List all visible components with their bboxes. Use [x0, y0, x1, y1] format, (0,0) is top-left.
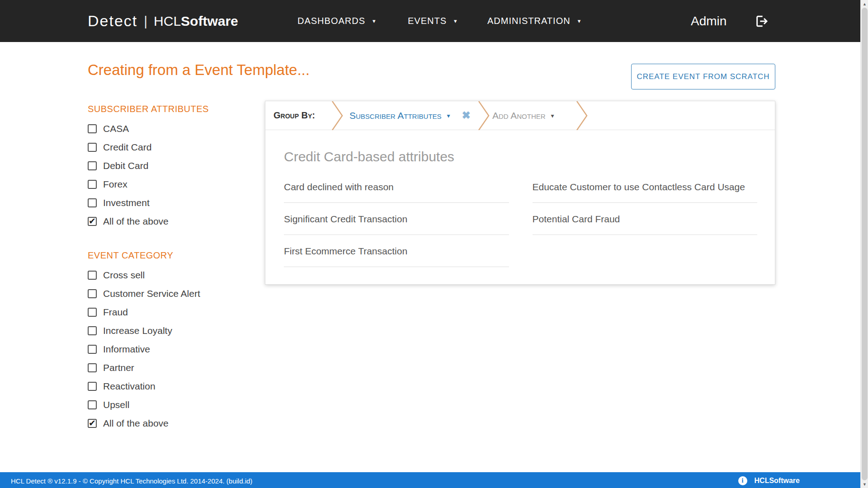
top-navbar: Detect | HCLSoftware DASHBOARDS ▾ EVENTS… — [0, 0, 860, 42]
chevron-separator-icon — [576, 101, 588, 130]
footer-brand-hcl: HCL — [755, 477, 769, 484]
template-item[interactable]: Card declined with reason — [284, 182, 509, 203]
template-column-left: Card declined with reason Significant Cr… — [284, 182, 509, 278]
checkbox[interactable] — [88, 363, 97, 372]
checkbox-label: Cross sell — [103, 270, 145, 281]
section-title-event-category: EVENT CATEGORY — [88, 250, 241, 261]
checkbox-item-casa[interactable]: CASA — [88, 123, 241, 134]
checkbox-item-investment[interactable]: Investment — [88, 197, 241, 208]
nav-item-label: EVENTS — [408, 16, 447, 26]
chevron-down-icon: ▾ — [454, 18, 458, 24]
add-another-label: Add Another — [492, 110, 546, 121]
info-icon[interactable]: i — [738, 476, 747, 485]
chevron-down-icon: ▾ — [447, 112, 450, 119]
checkbox-label: Fraud — [103, 307, 128, 318]
logo-separator: | — [144, 14, 147, 29]
checkbox[interactable] — [88, 271, 97, 280]
checkbox[interactable] — [88, 400, 97, 409]
checkbox-label: Forex — [103, 179, 127, 190]
checkbox-label: All of the above — [103, 216, 169, 227]
user-menu[interactable]: Admin — [691, 0, 726, 42]
logo-brand-hcl: HCL — [154, 14, 181, 28]
checkbox-item-credit-card[interactable]: Credit Card — [88, 142, 241, 153]
checkbox-item-partner[interactable]: Partner — [88, 362, 241, 373]
checkbox-label: Customer Service Alert — [103, 288, 200, 299]
scrollbar-up-arrow[interactable]: ▲ — [861, 0, 868, 8]
chevron-down-icon: ▾ — [551, 112, 554, 119]
page: Detect | HCLSoftware DASHBOARDS ▾ EVENTS… — [0, 0, 860, 488]
chevron-down-icon: ▾ — [373, 18, 376, 24]
section-title-subscriber-attributes: SUBSCRIBER ATTRIBUTES — [88, 104, 241, 114]
checkbox-label: CASA — [103, 123, 129, 134]
checkbox-label: Credit Card — [103, 142, 151, 153]
checkbox-item-all-categories[interactable]: All of the above — [88, 418, 241, 429]
nav-item-dashboards[interactable]: DASHBOARDS ▾ — [297, 0, 376, 42]
checkbox[interactable] — [88, 289, 97, 298]
checkbox-item-forex[interactable]: Forex — [88, 179, 241, 190]
logo-brand-software: Software — [181, 14, 238, 28]
chevron-down-icon: ▾ — [578, 18, 581, 24]
checkbox-label: Informative — [103, 344, 150, 355]
checkbox[interactable] — [88, 180, 97, 189]
checkbox-label: All of the above — [103, 418, 169, 429]
checkbox[interactable] — [88, 217, 97, 226]
checkbox-item-fraud[interactable]: Fraud — [88, 307, 241, 318]
checkbox-item-informative[interactable]: Informative — [88, 344, 241, 355]
app-logo[interactable]: Detect | HCLSoftware — [88, 0, 238, 42]
nav-item-label: DASHBOARDS — [297, 16, 365, 26]
template-item[interactable]: First Ecommerce Transaction — [284, 246, 509, 267]
checkbox-label: Reactivation — [103, 381, 156, 392]
checkbox[interactable] — [88, 345, 97, 354]
nav-item-administration[interactable]: ADMINISTRATION ▾ — [487, 0, 581, 42]
checkbox[interactable] — [88, 419, 97, 428]
checkbox-label: Investment — [103, 197, 150, 208]
checkbox-item-increase-loyalty[interactable]: Increase Loyalty — [88, 325, 241, 336]
checkbox[interactable] — [88, 326, 97, 335]
checkbox[interactable] — [88, 143, 97, 152]
checkbox-item-all-attributes[interactable]: All of the above — [88, 216, 241, 227]
group-by-selected-dropdown[interactable]: Subscriber Attributes ▾ — [349, 110, 450, 121]
checkbox-item-reactivation[interactable]: Reactivation — [88, 381, 241, 392]
template-columns: Card declined with reason Significant Cr… — [265, 182, 775, 278]
filter-sidebar: SUBSCRIBER ATTRIBUTES CASA Credit Card D… — [88, 104, 241, 436]
vertical-scrollbar[interactable]: ▲ ▼ — [860, 0, 868, 488]
templates-card: Group By: Subscriber Attributes ▾ ✖ Add … — [265, 101, 775, 285]
footer-right: i HCLSoftware — [738, 476, 800, 485]
group-by-bar: Group By: Subscriber Attributes ▾ ✖ Add … — [265, 101, 775, 130]
group-by-label: Group By: — [274, 110, 315, 121]
checkbox-item-debit-card[interactable]: Debit Card — [88, 160, 241, 171]
chevron-separator-icon — [478, 101, 490, 130]
footer-brand-logo: HCLSoftware — [755, 477, 800, 485]
template-column-right: Educate Customer to use Contactless Card… — [533, 182, 758, 278]
remove-group-icon[interactable]: ✖ — [462, 109, 471, 122]
checkbox-item-customer-service-alert[interactable]: Customer Service Alert — [88, 288, 241, 299]
checkbox-item-cross-sell[interactable]: Cross sell — [88, 270, 241, 281]
scrollbar-down-arrow[interactable]: ▼ — [861, 480, 868, 488]
checkbox[interactable] — [88, 382, 97, 391]
checkbox[interactable] — [88, 161, 97, 170]
logo-product-name: Detect — [88, 12, 137, 30]
page-title: Creating from a Event Template... — [88, 61, 310, 79]
attributes-group-title: Credit Card-based attributes — [284, 149, 775, 164]
template-item[interactable]: Educate Customer to use Contactless Card… — [533, 182, 758, 203]
checkbox-item-upsell[interactable]: Upsell — [88, 399, 241, 410]
create-event-from-scratch-button[interactable]: CREATE EVENT FROM SCRATCH — [631, 64, 775, 89]
checkbox[interactable] — [88, 198, 97, 207]
checkbox-label: Upsell — [103, 399, 129, 410]
template-item[interactable]: Significant Credit Transaction — [284, 214, 509, 235]
nav-item-events[interactable]: EVENTS ▾ — [408, 0, 458, 42]
template-item[interactable]: Potential Card Fraud — [533, 214, 758, 235]
copyright-text: HCL Detect ® v12.1.9 - © Copyright HCL T… — [11, 477, 252, 485]
scrollbar-thumb[interactable] — [862, 8, 868, 480]
group-by-selected-label: Subscriber Attributes — [349, 110, 442, 121]
footer-brand-software: Software — [769, 477, 800, 484]
add-another-dropdown[interactable]: Add Another ▾ — [492, 110, 554, 121]
nav-item-label: ADMINISTRATION — [487, 16, 571, 26]
chevron-separator-icon — [331, 101, 343, 130]
logo-brand: HCLSoftware — [154, 14, 238, 29]
footer-bar: HCL Detect ® v12.1.9 - © Copyright HCL T… — [0, 472, 860, 488]
checkbox[interactable] — [88, 124, 97, 133]
logout-icon[interactable] — [754, 0, 769, 42]
checkbox[interactable] — [88, 308, 97, 317]
checkbox-label: Increase Loyalty — [103, 325, 172, 336]
